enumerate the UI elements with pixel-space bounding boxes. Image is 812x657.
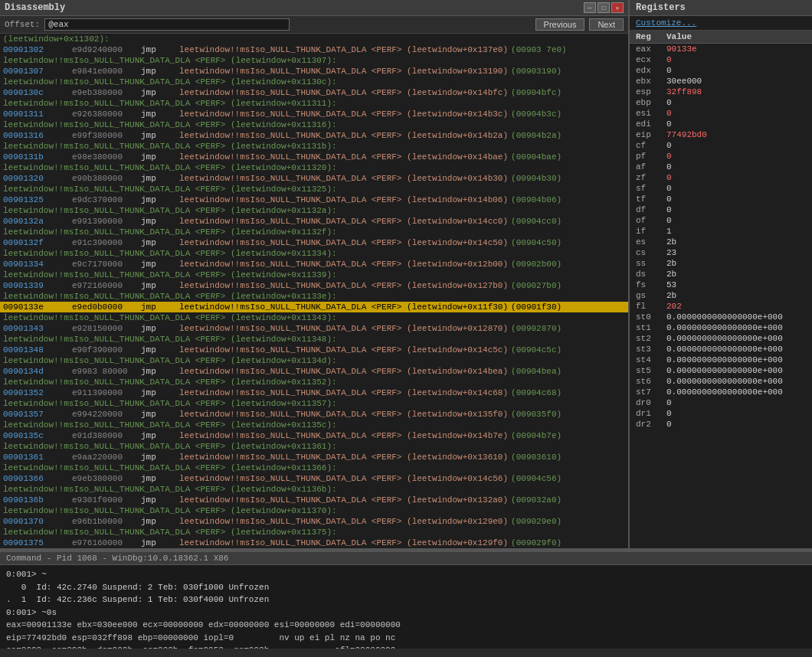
register-row[interactable]: of0 [630, 215, 812, 226]
asm-instruction-line[interactable]: 00901357e994220000jmpleetwindow!!msIso_N… [0, 409, 628, 420]
register-row[interactable]: fs53 [630, 279, 812, 290]
asm-label-line[interactable]: leetwindow!!msIso_NULL_THUNK_DATA_DLA <P… [0, 505, 628, 516]
asm-label-line[interactable]: leetwindow!!msIso_NULL_THUNK_DATA_DLA <P… [0, 162, 628, 173]
register-row[interactable]: fl202 [630, 301, 812, 312]
asm-label-line[interactable]: leetwindow!!msIso_NULL_THUNK_DATA_DLA <P… [0, 270, 628, 280]
asm-label-line[interactable]: leetwindow!!msIso_NULL_THUNK_DATA_DLA <P… [0, 55, 628, 66]
asm-instruction-line[interactable]: 00901343e928150000jmpleetwindow!!msIso_N… [0, 323, 628, 334]
asm-instruction-line[interactable]: 0090132ae991390000jmpleetwindow!!msIso_N… [0, 216, 628, 227]
asm-instruction-line[interactable]: 0090132fe91c390000jmpleetwindow!!msIso_N… [0, 237, 628, 248]
register-row[interactable]: st10.0000000000000000e+000 [630, 322, 812, 333]
asm-instruction-line[interactable]: 00901361e9aa220000jmpleetwindow!!msIso_N… [0, 452, 628, 463]
register-row[interactable]: gs2b [630, 290, 812, 301]
previous-button[interactable]: Previous [535, 18, 585, 31]
register-row[interactable]: st00.0000000000000000e+000 [630, 312, 812, 322]
register-row[interactable]: es2b [630, 237, 812, 247]
asm-label-line[interactable]: leetwindow!!msIso_NULL_THUNK_DATA_DLA <P… [0, 441, 628, 452]
asm-instruction-line[interactable]: 00901370e96b1b0000jmpleetwindow!!msIso_N… [0, 516, 628, 527]
asm-label-line[interactable]: leetwindow!!msIso_NULL_THUNK_DATA_DLA <P… [0, 248, 628, 259]
asm-label-line[interactable]: (leetwindow+0x11302): [0, 34, 628, 44]
asm-label-line[interactable]: leetwindow!!msIso_NULL_THUNK_DATA_DLA <P… [0, 334, 628, 345]
offset-input[interactable] [44, 18, 290, 31]
asm-label-line[interactable]: leetwindow!!msIso_NULL_THUNK_DATA_DLA <P… [0, 398, 628, 409]
minimize-button[interactable]: ─ [584, 2, 596, 13]
asm-label-line[interactable]: leetwindow!!msIso_NULL_THUNK_DATA_DLA <P… [0, 77, 628, 87]
register-row[interactable]: st60.0000000000000000e+000 [630, 376, 812, 387]
asm-label-line[interactable]: leetwindow!!msIso_NULL_THUNK_DATA_DLA <P… [0, 420, 628, 430]
asm-instruction-line[interactable]: 0090131be98e380000jmpleetwindow!!msIso_N… [0, 152, 628, 162]
asm-instruction-line[interactable]: 0090136be9301f0000jmpleetwindow!!msIso_N… [0, 495, 628, 505]
asm-instruction-line[interactable]: 0090133ee9ed0b0000jmpleetwindow!!msIso_N… [0, 302, 628, 312]
asm-label-line[interactable]: leetwindow!!msIso_NULL_THUNK_DATA_DLA <P… [0, 527, 628, 538]
register-row[interactable]: df0 [630, 204, 812, 215]
asm-instruction-line[interactable]: 00901366e9eb380000jmpleetwindow!!msIso_N… [0, 473, 628, 484]
register-row[interactable]: dr10 [630, 408, 812, 419]
register-row[interactable]: sf0 [630, 183, 812, 194]
asm-label-line[interactable]: leetwindow!!msIso_NULL_THUNK_DATA_DLA <P… [0, 355, 628, 366]
asm-label-line[interactable]: leetwindow!!msIso_NULL_THUNK_DATA_DLA <P… [0, 205, 628, 216]
register-row[interactable]: cs23 [630, 247, 812, 258]
asm-label-line[interactable]: leetwindow!!msIso_NULL_THUNK_DATA_DLA <P… [0, 377, 628, 387]
register-row[interactable]: st50.0000000000000000e+000 [630, 365, 812, 376]
register-row[interactable]: st70.0000000000000000e+000 [630, 387, 812, 397]
register-row[interactable]: pf0 [630, 151, 812, 162]
asm-label-line[interactable]: leetwindow!!msIso_NULL_THUNK_DATA_DLA <P… [0, 484, 628, 495]
asm-label-line[interactable]: leetwindow!!msIso_NULL_THUNK_DATA_DLA <P… [0, 98, 628, 109]
command-header: Command - Pid 1068 - WinDbg:10.0.18362.1… [0, 552, 812, 565]
asm-instruction-line[interactable]: 00901307e9841e0000jmpleetwindow!!msIso_N… [0, 66, 628, 77]
registers-table[interactable]: eax90133eecx0edx0ebx30ee000esp32ff898ebp… [630, 44, 812, 548]
asm-label-line[interactable]: leetwindow!!msIso_NULL_THUNK_DATA_DLA <P… [0, 312, 628, 323]
register-row[interactable]: ebx30ee000 [630, 76, 812, 87]
register-row[interactable]: dr20 [630, 419, 812, 430]
register-name: cf [636, 141, 666, 150]
asm-label-line[interactable]: leetwindow!!msIso_NULL_THUNK_DATA_DLA <P… [0, 119, 628, 130]
asm-instruction-line[interactable]: 00901348e90f390000jmpleetwindow!!msIso_N… [0, 345, 628, 355]
asm-instruction-line[interactable]: 00901302e9d9240000jmpleetwindow!!msIso_N… [0, 44, 628, 55]
register-row[interactable]: dr00 [630, 397, 812, 408]
disassembly-content[interactable]: (leetwindow+0x11302):00901302e9d9240000j… [0, 34, 628, 548]
register-row[interactable]: ecx0 [630, 54, 812, 65]
asm-instruction-line[interactable]: 00901311e926380000jmpleetwindow!!msIso_N… [0, 109, 628, 119]
register-row[interactable]: af0 [630, 162, 812, 172]
register-row[interactable]: zf0 [630, 172, 812, 183]
register-row[interactable]: st40.0000000000000000e+000 [630, 355, 812, 365]
asm-instruction-line[interactable]: 00901325e9dc370000jmpleetwindow!!msIso_N… [0, 194, 628, 205]
register-value: 2b [666, 270, 806, 279]
asm-instruction-line[interactable]: 0090135ce91d380000jmpleetwindow!!msIso_N… [0, 430, 628, 441]
asm-label-line[interactable]: leetwindow!!msIso_NULL_THUNK_DATA_DLA <P… [0, 184, 628, 194]
asm-label-line[interactable]: leetwindow!!msIso_NULL_THUNK_DATA_DLA <P… [0, 227, 628, 237]
customize-link[interactable]: Customize... [630, 16, 812, 31]
asm-instruction-line[interactable]: 00901316e99f380000jmpleetwindow!!msIso_N… [0, 130, 628, 141]
asm-instruction-line[interactable]: 00901339e972160000jmpleetwindow!!msIso_N… [0, 280, 628, 291]
asm-instruction-line[interactable]: 0090134de9983 80000jmpleetwindow!!msIso_… [0, 366, 628, 377]
asm-instruction-line[interactable]: 00901352e911390000jmpleetwindow!!msIso_N… [0, 387, 628, 398]
register-row[interactable]: st30.0000000000000000e+000 [630, 344, 812, 355]
next-button[interactable]: Next [589, 18, 624, 31]
register-row[interactable]: if1 [630, 226, 812, 237]
asm-label-line[interactable]: leetwindow!!msIso_NULL_THUNK_DATA_DLA <P… [0, 141, 628, 152]
register-row[interactable]: eax90133e [630, 44, 812, 54]
register-row[interactable]: edi0 [630, 119, 812, 129]
register-row[interactable]: esp32ff898 [630, 87, 812, 97]
asm-label-line[interactable]: leetwindow!!msIso_NULL_THUNK_DATA_DLA <P… [0, 291, 628, 302]
register-row[interactable]: edx0 [630, 65, 812, 76]
command-line: 0:001> ~0s [6, 606, 806, 619]
register-row[interactable]: tf0 [630, 194, 812, 204]
register-row[interactable]: ss2b [630, 258, 812, 269]
register-row[interactable]: cf0 [630, 140, 812, 151]
asm-instruction-line[interactable]: 0090130ce9eb380000jmpleetwindow!!msIso_N… [0, 87, 628, 98]
register-value: 0 [666, 398, 806, 407]
register-row[interactable]: ebp0 [630, 97, 812, 108]
maximize-button[interactable]: □ [598, 2, 610, 13]
register-row[interactable]: eip77492bd0 [630, 129, 812, 140]
close-button[interactable]: ✕ [611, 2, 624, 13]
register-row[interactable]: esi0 [630, 108, 812, 119]
asm-instruction-line[interactable]: 00901334e9c7170000jmpleetwindow!!msIso_N… [0, 259, 628, 270]
register-row[interactable]: ds2b [630, 269, 812, 279]
register-name: st7 [636, 387, 666, 397]
asm-label-line[interactable]: leetwindow!!msIso_NULL_THUNK_DATA_DLA <P… [0, 463, 628, 473]
asm-instruction-line[interactable]: 00901320e90b380000jmpleetwindow!!msIso_N… [0, 173, 628, 184]
register-row[interactable]: st20.0000000000000000e+000 [630, 333, 812, 344]
register-name: ebp [636, 98, 666, 107]
asm-instruction-line[interactable]: 00901375e976160000jmpleetwindow!!msIso_N… [0, 538, 628, 548]
